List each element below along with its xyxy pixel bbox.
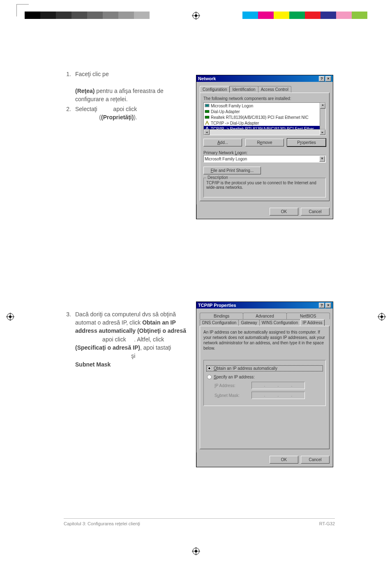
btn-label: ile and Print Sharing... [213, 168, 254, 173]
print-color-bar-color [242, 12, 367, 19]
list-item-label: Dial-Up Adapter [211, 109, 240, 114]
tab-strip: Configuration Identification Access Cont… [200, 86, 330, 93]
btn-label: dd... [220, 140, 228, 145]
list-item-label: TCP/IP -> Dial-Up Adapter [211, 121, 259, 125]
window-title: Network [198, 76, 318, 81]
footer-chapter: Capitolul 3: Configurarea reţelei clienţ… [64, 521, 140, 526]
window-title: TCP/IP Properties [198, 303, 318, 308]
remove-button[interactable]: Remove [245, 139, 284, 146]
radio-dot-icon [207, 375, 212, 379]
cancel-button[interactable]: Cancel [301, 456, 330, 464]
tab-strip: Bindings Advanced NetBIOS DNS Configurat… [200, 313, 330, 326]
ok-button[interactable]: OK [270, 208, 298, 216]
help-button[interactable]: ? [319, 303, 325, 308]
list-item[interactable]: Dial-Up Adapter [204, 109, 325, 114]
primary-logon-label: Primary Network Logon: [203, 151, 326, 155]
registration-mark-top [192, 12, 200, 20]
tab-ip-address[interactable]: IP Address [300, 319, 325, 326]
components-listbox[interactable]: Microsoft Family Logon Dial-Up Adapter R… [203, 102, 326, 135]
radio-label: Specify an IP address: [214, 375, 255, 379]
registration-mark-bottom [192, 547, 200, 555]
adapter-icon [205, 109, 210, 114]
tab-bindings[interactable]: Bindings [200, 313, 243, 319]
list-item-label: Microsoft Family Logon [211, 104, 253, 108]
network-dialog: Network ? × Configuration Identification… [196, 75, 333, 219]
radio-dot-icon [207, 366, 212, 371]
bold-text: (Specificaţi o adresă IP) [75, 344, 140, 351]
step-body: Dacă doriţi ca computerul dvs să obţină … [75, 310, 191, 369]
ok-button[interactable]: OK [270, 456, 298, 464]
scroll-right-button[interactable]: ► [320, 130, 325, 135]
tab-configuration[interactable]: Configuration [200, 86, 230, 93]
tab-panel: An IP address can be automatically assig… [200, 326, 330, 449]
scroll-left-button[interactable]: ◄ [204, 130, 210, 135]
registration-mark-right [378, 313, 386, 321]
steps-list-1: 1. Faceţi clic pe (Reţea) pentru a afişa… [64, 70, 191, 122]
step-number: 2. [64, 105, 75, 122]
footer-model: RT-G32 [319, 521, 335, 526]
svg-point-11 [380, 315, 383, 318]
tab-netbios[interactable]: NetBIOS [286, 313, 330, 319]
tab-access-control[interactable]: Access Control [258, 86, 291, 93]
tab-panel: The following network components are ins… [200, 93, 330, 201]
file-print-sharing-button[interactable]: File and Print Sharing... [203, 167, 261, 174]
text: Faceţi clic pe [75, 71, 109, 77]
list-item[interactable]: TCP/IP -> Dial-Up Adapter [204, 120, 325, 126]
add-button[interactable]: Add... [203, 139, 242, 146]
close-button[interactable]: × [325, 76, 331, 81]
properties-button[interactable]: Properties [287, 139, 326, 146]
description-group: Description TCP/IP is the protocol you u… [203, 178, 326, 197]
components-label: The following network components are ins… [203, 96, 326, 101]
subnet-mask-label: Subnet Mask: [214, 393, 247, 398]
list-item-label: Realtek RTL8139(A/B/C/8130) PCI Fast Eth… [211, 115, 309, 120]
description-text: TCP/IP is the protocol you use to connec… [206, 181, 323, 195]
combo-value: Microsoft Family Logon [205, 157, 247, 161]
svg-point-3 [195, 14, 197, 17]
info-text: An IP address can be automatically assig… [203, 329, 326, 351]
horizontal-scrollbar[interactable]: ◄► [204, 129, 325, 135]
svg-point-15 [195, 550, 197, 552]
tcpip-dialog: TCP/IP Properties ? × Bindings Advanced … [196, 302, 333, 467]
steps-list-2: 3. Dacă doriţi ca computerul dvs să obţi… [64, 310, 191, 369]
print-color-bar-bw [25, 12, 150, 19]
radio-label: Obtain an IP address automatically [214, 366, 277, 371]
text: şi [129, 353, 135, 359]
tab-dns[interactable]: DNS Configuration [200, 319, 239, 326]
svg-rect-19 [205, 116, 209, 118]
radio-specify[interactable]: Specify an IP address: [207, 375, 322, 379]
scroll-up-button[interactable]: ▲ [320, 103, 325, 109]
help-button[interactable]: ? [319, 76, 325, 81]
vertical-scrollbar[interactable]: ▲ [320, 103, 325, 129]
ip-address-label: IP Address: [214, 383, 247, 388]
step-body: Selectaţi apoi click ((Proprietăţi)). [75, 105, 191, 122]
page-footer: Capitolul 3: Configurarea reţelei clienţ… [64, 518, 335, 526]
titlebar[interactable]: Network ? × [196, 75, 333, 82]
text: Selectaţi [75, 106, 99, 112]
tab-identification[interactable]: Identification [229, 86, 258, 93]
text: apoi click [101, 336, 127, 343]
primary-logon-combo[interactable]: Microsoft Family Logon ▼ [203, 155, 326, 162]
svg-point-7 [9, 315, 12, 318]
tab-advanced[interactable]: Advanced [243, 313, 286, 319]
step-number: 3. [64, 310, 75, 369]
protocol-icon [205, 121, 210, 125]
dropdown-button[interactable]: ▼ [319, 156, 325, 162]
close-button[interactable]: × [325, 303, 331, 308]
btn-label: Properties [297, 140, 316, 145]
tab-wins[interactable]: WINS Configuration [259, 319, 300, 326]
group-legend: Description [206, 175, 229, 180]
list-item[interactable]: Microsoft Family Logon [204, 103, 325, 109]
list-item[interactable]: Realtek RTL8139(A/B/C/8130) PCI Fast Eth… [204, 114, 325, 120]
cancel-button[interactable]: Cancel [301, 208, 330, 216]
step-number: 1. [64, 70, 75, 103]
titlebar[interactable]: TCP/IP Properties ? × [196, 302, 333, 309]
radio-obtain-auto[interactable]: Obtain an IP address automatically [207, 366, 322, 371]
svg-rect-18 [205, 110, 209, 113]
adapter-icon [205, 115, 210, 120]
bold-text: Subnet Mask [75, 361, 111, 368]
tab-gateway[interactable]: Gateway [238, 319, 259, 326]
client-icon [205, 103, 210, 108]
text: , apoi tastaţi [140, 344, 171, 351]
bold-text: (Proprietăţi) [101, 114, 134, 121]
subnet-mask-input: ... [251, 392, 305, 399]
